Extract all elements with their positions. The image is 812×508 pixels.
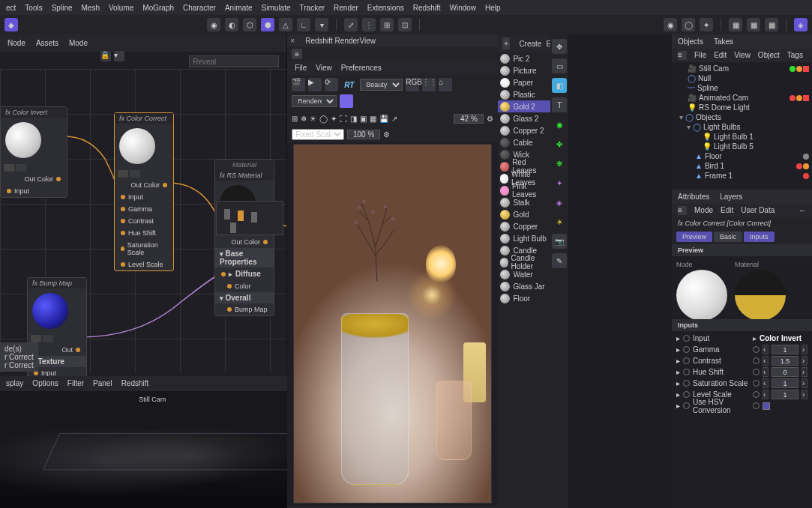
attr-menu-item[interactable]: Mode [694,206,713,215]
camera-icon[interactable]: 📷 [552,234,567,249]
tool-icon[interactable]: ▾ [315,18,328,31]
render-icon[interactable]: ✦ [700,18,713,31]
layout-preset-icon[interactable]: ◈ [794,18,808,31]
material-item[interactable]: Gold [498,208,550,220]
play-icon[interactable]: ▶ [308,78,322,91]
subtab-basic[interactable]: Basic [714,232,742,242]
menu-item[interactable]: Spline [52,4,73,12]
object-tree-item[interactable]: ◯Null [672,73,812,83]
cloner-icon[interactable]: ✤ [552,136,567,151]
close-icon[interactable]: × [290,37,295,45]
clapboard-icon[interactable]: 🎬 [292,78,305,91]
keyframe-radio[interactable] [683,369,690,375]
material-item[interactable]: Glass 2 [498,112,550,124]
material-item[interactable]: Light Bulb [498,232,550,244]
back-icon[interactable]: ← [799,206,806,215]
material-item[interactable]: Pink Leaves [498,184,550,196]
attribute-value-input[interactable] [772,378,799,388]
keyframe-radio[interactable] [683,402,690,409]
keyframe-radio[interactable] [683,335,690,342]
node-input-port[interactable]: Hue Shift [115,227,173,239]
tab-mode[interactable]: Mode [69,39,88,47]
circle-icon[interactable]: ◯ [319,115,328,123]
move-icon[interactable]: ✥ [552,39,567,54]
spinner-down[interactable]: ‹ [763,390,769,399]
tab-takes[interactable]: Takes [714,37,733,46]
object-tree-item[interactable]: ▲Frame 1 [672,171,812,181]
node-output-port[interactable]: Out Color [215,236,274,248]
menu-item[interactable]: Tracker [300,4,325,12]
node-input-port[interactable]: Input [115,191,173,203]
obj-menu-item[interactable]: Object [758,51,780,60]
layout-icon[interactable]: ▦ [765,18,778,31]
axis-icon[interactable]: ⤢ [344,18,358,31]
panel-menu-icon[interactable]: ▾ [114,51,124,61]
subtab-preview[interactable]: Preview [676,232,712,242]
scale-input[interactable] [347,130,380,139]
node-input-port[interactable]: Color [215,280,274,292]
menu-item[interactable]: Character [183,4,216,12]
menu-item[interactable]: Extensions [367,4,404,12]
gear-icon[interactable]: ⚙ [383,130,390,139]
keyframe-radio[interactable] [683,346,690,353]
node-input-port[interactable]: Bump Map [215,303,274,315]
snap-icon[interactable]: ⊞ [380,18,394,31]
node-search-input[interactable] [189,55,279,67]
crop-icon[interactable]: ⌂ [439,78,452,91]
text-icon[interactable]: T [552,97,567,112]
rv-menu-item[interactable]: View [316,64,332,72]
keyframe-radio[interactable] [683,391,690,398]
menu-item[interactable]: Volume [109,4,133,12]
menu-item[interactable]: Mesh [82,4,100,12]
obj-menu-item[interactable]: Tags [787,51,803,60]
snap-icon[interactable]: ⊡ [398,18,412,31]
tab-objects[interactable]: Objects [678,37,703,46]
node-input-group[interactable]: ▸ Diffuse [215,267,274,280]
node-output-port[interactable]: Out Color [1,173,67,185]
object-tree-item[interactable]: ▲Floor [672,151,812,161]
rv-menu-item[interactable]: Preferences [341,64,382,72]
spinner-up[interactable]: › [802,345,808,354]
tab-layers[interactable]: Layers [720,193,742,201]
zoom-input[interactable] [454,114,484,124]
attr-menu-item[interactable]: User Data [741,206,775,215]
node-minimap[interactable] [216,201,283,235]
scaling-select[interactable]: Fixed Scaling [292,129,344,140]
render-icon[interactable]: ◯ [682,18,695,31]
mat-menu-create[interactable]: Create [519,40,541,48]
object-tree-item[interactable]: 〰Spline [672,83,812,93]
layout-icon[interactable]: ▦ [729,18,742,31]
save-icon[interactable]: 💾 [379,115,388,123]
material-item[interactable]: Candle Holder [498,256,550,268]
attribute-value-input[interactable] [772,345,799,354]
menu-item[interactable]: Animate [225,4,253,12]
tool-icon[interactable]: ◐ [225,18,238,31]
node-color-correct[interactable]: fx Color Correct Out Color Input Gamma C… [114,112,174,271]
node-input-port[interactable]: Input [1,185,67,197]
menu-item[interactable]: Tools [25,4,42,12]
material-item[interactable]: Copper [498,220,550,232]
render-output-image[interactable] [293,144,492,504]
menu-item[interactable]: ect [6,4,16,12]
deformer-icon[interactable]: ✦ [552,175,567,190]
ipr-icon[interactable]: ▦ [370,115,376,123]
material-item[interactable]: Pic 2 [498,52,550,64]
snowflake-icon[interactable]: ❄ [301,115,307,123]
hamburger-icon[interactable]: ≡ [292,49,302,59]
vp-menu-item[interactable]: Redshift [121,379,149,388]
vp-menu-item[interactable]: Filter [67,379,84,388]
subtab-inputs[interactable]: Inputs [744,232,775,242]
object-tree-item[interactable]: 🎥Animated Cam [672,93,812,103]
tool-icon[interactable]: ∟ [297,18,310,31]
light-icon[interactable]: ☀ [552,214,567,229]
sun-icon[interactable]: ☀ [310,115,316,123]
spinner-up[interactable]: › [802,390,808,399]
material-item[interactable]: Glass Jar [498,280,550,292]
menu-item[interactable]: Simulate [262,4,291,12]
material-item[interactable]: Gold 2 [498,100,550,112]
keyframe-radio[interactable] [683,380,690,387]
obj-menu-item[interactable]: View [734,51,751,60]
menu-item[interactable]: Window [449,4,476,12]
object-tree-item[interactable]: 💡Light Bulb 5 [672,142,812,151]
object-tree-item[interactable]: ▾◯Light Bulbs [672,122,812,132]
